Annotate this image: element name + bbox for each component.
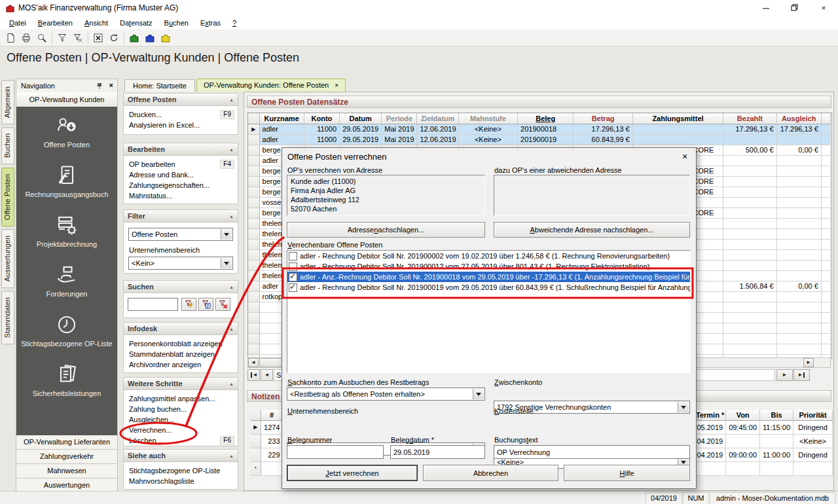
row-selector[interactable]: *: [251, 462, 261, 476]
notes-row[interactable]: 05.201909:45:00 11:15:00Dringend: [693, 421, 833, 435]
filter-apply-button[interactable]: [181, 298, 196, 311]
scroll-left-icon[interactable]: ◄: [248, 358, 259, 367]
section-header[interactable]: Siehe auch▲: [124, 450, 238, 462]
filter-remove-icon[interactable]: [70, 31, 86, 45]
module-blue-icon[interactable]: [142, 31, 158, 45]
chevron-down-icon[interactable]: [221, 258, 232, 268]
row-selector[interactable]: [248, 261, 259, 271]
collapse-icon[interactable]: ▲: [229, 378, 234, 390]
action-link[interactable]: Stichtagsbezogene OP-Liste: [124, 465, 238, 476]
side-tab[interactable]: Auswertungen: [1, 229, 14, 288]
row-selector[interactable]: [248, 229, 259, 240]
adresse-nachschlagen-button[interactable]: Adresse nachschlagen...: [287, 222, 485, 238]
nav-item-offene-posten[interactable]: Offene Posten: [16, 112, 117, 162]
notes-row[interactable]: [693, 462, 833, 476]
checkbox[interactable]: [289, 283, 297, 292]
col-beleg[interactable]: Beleg: [518, 113, 574, 124]
notes-row[interactable]: 04.2019 <Keine>: [693, 435, 833, 448]
col-ausgleich[interactable]: Ausgleich: [776, 113, 821, 124]
row-selector[interactable]: [248, 292, 259, 302]
action-link[interactable]: Zahlungsmittel anpassen...: [124, 393, 238, 404]
action-link[interactable]: Mahnstatus...: [124, 190, 238, 201]
col-termin[interactable]: Termin *: [693, 410, 726, 421]
nav-item-sicherheitsleistungen[interactable]: Sicherheitsleistungen: [16, 361, 117, 410]
action-link[interactable]: Stammdatenblatt anzeigen: [124, 349, 238, 359]
section-header[interactable]: Bearbeiten▲: [124, 143, 238, 156]
record-next-button[interactable]: ►: [776, 369, 793, 381]
row-selector[interactable]: [248, 145, 259, 156]
col-von[interactable]: Von: [726, 410, 760, 421]
collapse-icon[interactable]: ▲: [229, 211, 234, 223]
nav-bottom-item[interactable]: Mahnwesen: [16, 464, 117, 478]
record-first-button[interactable]: ◄: [247, 369, 260, 381]
print-icon[interactable]: [18, 31, 34, 45]
sachkonto-dropdown[interactable]: <Restbetrag als Offenen Posten erhalten>: [287, 387, 485, 401]
col-mahnstufe[interactable]: Mahnstufe: [458, 113, 517, 124]
section-header[interactable]: Weitere Schritte▲: [124, 378, 238, 390]
nav-item-projektabrechnung[interactable]: Projektabrechnung: [16, 211, 117, 261]
op-list-item[interactable]: adler - Rechnung Debitor Soll Nr. 201900…: [287, 282, 690, 293]
section-header[interactable]: Filter▲: [124, 210, 238, 223]
nav-item-forderungen[interactable]: Forderungen: [16, 261, 117, 311]
checkbox[interactable]: [289, 273, 297, 281]
op-list-item[interactable]: adler - Anz.-Rechnung Debitor Soll Nr. 2…: [287, 272, 690, 282]
row-selector[interactable]: [248, 166, 259, 177]
action-link[interactable]: Analysieren in Excel...: [124, 120, 238, 130]
row-selector[interactable]: [248, 240, 259, 250]
tab-home-startseite[interactable]: Home: Startseite: [124, 79, 195, 92]
module-yellow-icon[interactable]: [158, 31, 173, 45]
collapse-icon[interactable]: ▲: [229, 94, 234, 106]
notes-row[interactable]: 233: [251, 435, 283, 448]
jetzt-verrechnen-button[interactable]: Jetzt verrechnen: [287, 465, 418, 481]
col-datum[interactable]: Datum: [340, 113, 382, 124]
notes-row[interactable]: 04.201909:00:00 11:00:00Dringend: [693, 448, 833, 462]
row-selector[interactable]: ▶: [251, 421, 261, 435]
close-button[interactable]: ×: [809, 0, 838, 16]
nav-group-button[interactable]: OP-Verwaltung Kunden: [16, 92, 117, 107]
hilfe-button[interactable]: Hilfe: [564, 465, 690, 481]
filter-clear-button[interactable]: [215, 298, 230, 311]
close-icon[interactable]: ×: [109, 81, 113, 89]
op-checkbox-list[interactable]: adler - Rechnung Debitor Soll Nr. 201900…: [287, 250, 691, 373]
side-tab[interactable]: Offene Posten: [1, 168, 14, 226]
record-last-button[interactable]: ►: [793, 369, 810, 381]
tab-close-icon[interactable]: ×: [335, 82, 338, 89]
record-prev-button[interactable]: ◄: [261, 369, 273, 381]
module-green-icon[interactable]: [126, 31, 142, 45]
unternehmensbereich-dropdown[interactable]: <Kein>: [128, 257, 233, 270]
col-zieldatum[interactable]: Zieldatum: [417, 113, 458, 124]
chevron-down-icon[interactable]: [221, 229, 232, 240]
action-link[interactable]: OP bearbeitenF4: [124, 159, 238, 170]
row-selector[interactable]: ▶: [248, 124, 259, 135]
buchungstext-field[interactable]: [494, 445, 690, 459]
belegdatum-field[interactable]: [390, 445, 485, 459]
menu-buchen[interactable]: Buchen: [159, 18, 194, 28]
collapse-icon[interactable]: ▲: [229, 144, 234, 156]
op-list-item[interactable]: adler - Rechnung Debitor Soll Nr. 201900…: [287, 251, 690, 261]
action-link[interactable]: Löschen...F6: [124, 435, 238, 446]
section-header[interactable]: Offene Posten▲: [124, 94, 238, 106]
table-row[interactable]: adler1100029.05.2019 Mai 201912.06.2019<…: [248, 135, 831, 145]
row-selector[interactable]: [248, 334, 259, 344]
tab-op-verwaltung-kunden[interactable]: OP-Verwaltung Kunden: Offene Posten ×: [196, 79, 346, 92]
section-header[interactable]: Suchen▲: [124, 281, 238, 293]
col-periode[interactable]: Periode: [382, 113, 417, 124]
menu-hilfe[interactable]: ?: [227, 18, 242, 28]
notes-row[interactable]: ▶ 1274: [251, 421, 283, 435]
row-selector[interactable]: [248, 313, 259, 323]
col-konto[interactable]: Konto: [304, 113, 339, 124]
col-bezahlt[interactable]: Bezahlt: [723, 113, 776, 124]
row-selector[interactable]: [248, 302, 259, 313]
print-preview-icon[interactable]: [34, 31, 50, 45]
side-tab[interactable]: Allgemein: [1, 80, 14, 124]
home-icon[interactable]: [3, 31, 18, 45]
col-betrag[interactable]: Betrag: [574, 113, 632, 124]
row-selector[interactable]: [248, 250, 259, 261]
filter-form-button[interactable]: [198, 298, 213, 311]
action-link[interactable]: Personenkontoblatt anzeigen: [124, 338, 238, 349]
col-number[interactable]: #: [261, 410, 283, 421]
restore-button[interactable]: [780, 0, 809, 16]
action-link[interactable]: Zahlung buchen...: [124, 404, 238, 414]
menu-datensatz[interactable]: Datensatz: [115, 18, 158, 28]
action-link[interactable]: Zahlungseigenschaften...: [124, 180, 238, 190]
